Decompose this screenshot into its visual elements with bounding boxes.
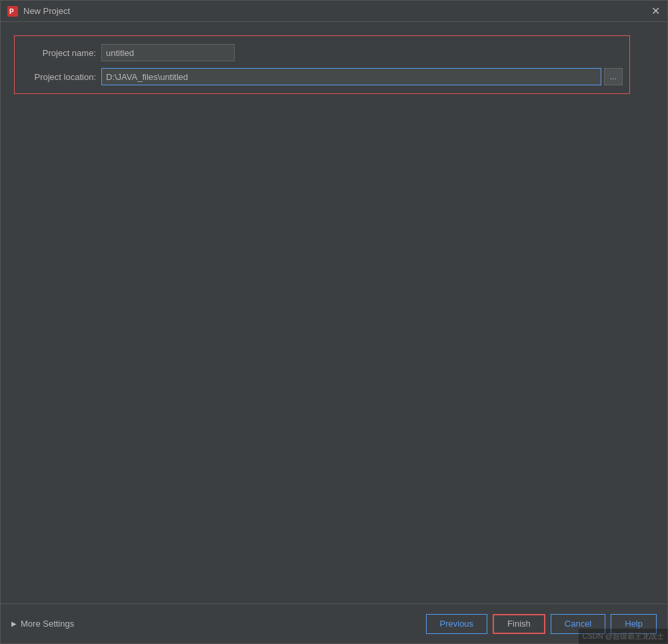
content-area: Project name: Project location: ... — [1, 22, 667, 323]
dialog-title: New Project — [23, 6, 650, 16]
project-name-label: Project name: — [21, 48, 101, 58]
browse-button[interactable]: ... — [604, 68, 623, 85]
project-name-input[interactable] — [101, 44, 235, 61]
form-container: Project name: Project location: ... — [14, 35, 630, 94]
title-bar: P New Project ✕ — [1, 1, 667, 22]
more-settings-toggle[interactable]: ▶ More Settings — [11, 619, 74, 629]
project-location-field-group: ... — [101, 68, 623, 85]
new-project-dialog: P New Project ✕ Project name: Project lo… — [0, 0, 668, 644]
app-icon: P — [7, 6, 18, 17]
project-location-label: Project location: — [21, 72, 101, 82]
close-button[interactable]: ✕ — [650, 6, 661, 17]
watermark: CSDN @超级霸王龙战士 — [579, 629, 668, 644]
svg-text:P: P — [9, 8, 14, 15]
finish-button[interactable]: Finish — [493, 614, 545, 634]
project-name-row: Project name: — [21, 44, 623, 61]
project-location-row: Project location: ... — [21, 68, 623, 85]
previous-button[interactable]: Previous — [426, 614, 488, 634]
project-location-input[interactable] — [101, 68, 601, 85]
chevron-right-icon: ▶ — [11, 620, 17, 627]
more-settings-label: More Settings — [21, 619, 74, 629]
bottom-bar: ▶ More Settings Previous Finish Cancel H… — [1, 603, 667, 643]
